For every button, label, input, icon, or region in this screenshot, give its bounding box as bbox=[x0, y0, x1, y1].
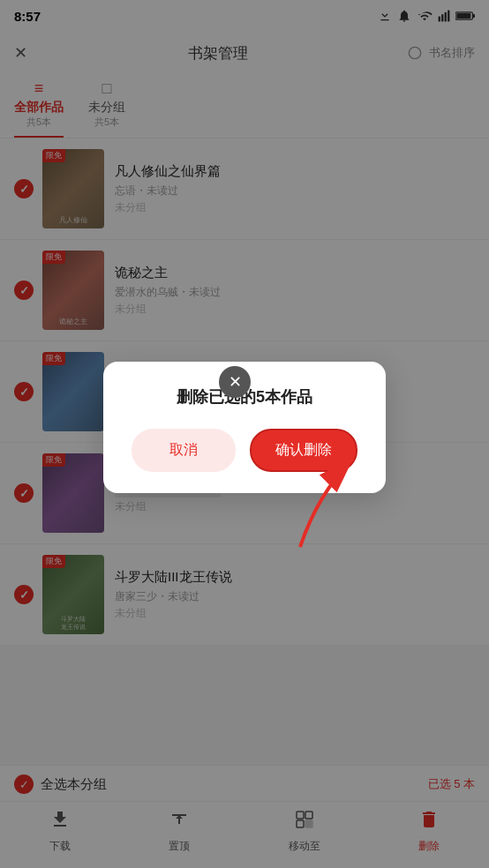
close-x-button[interactable]: ✕ bbox=[219, 366, 251, 398]
cancel-button[interactable]: 取消 bbox=[132, 429, 236, 472]
modal-buttons: 取消 确认删除 bbox=[132, 429, 357, 472]
confirm-delete-button[interactable]: 确认删除 bbox=[250, 429, 357, 472]
